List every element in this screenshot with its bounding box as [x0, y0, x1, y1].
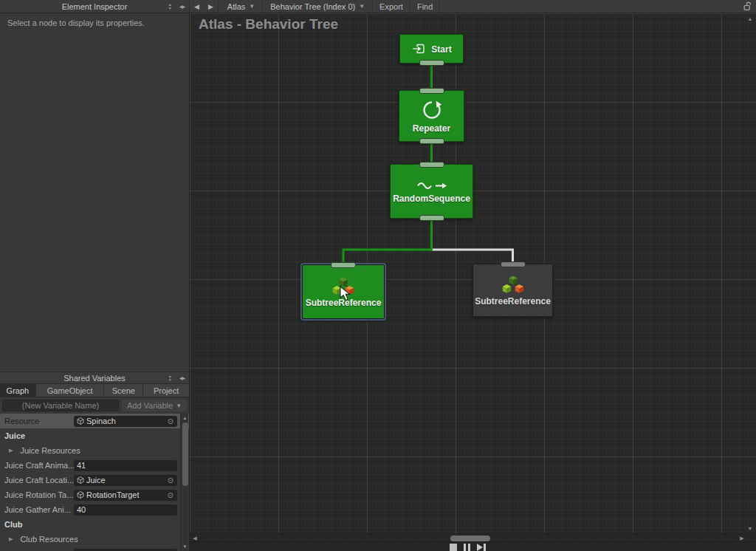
inspector-empty-message: Select a node to display its properties.: [0, 13, 189, 372]
variable-label: Juice Gather Ani...: [0, 505, 74, 514]
toolbar-separator: [218, 0, 219, 13]
value-field[interactable]: 40: [74, 549, 177, 551]
object-field[interactable]: Spinach⊙: [74, 416, 177, 427]
graph-scroll-down-icon[interactable]: ▼: [746, 524, 755, 532]
variable-row[interactable]: Juice Craft Anima...41: [0, 458, 189, 473]
pause-icon[interactable]: [464, 544, 470, 551]
mouse-cursor: [340, 286, 353, 302]
top-toolbar: Element Inspector ▲▼ ◀▶ ◀ ▶ Atlas ▼ Beha…: [0, 0, 756, 13]
new-variable-bar: Add Variable ▼: [0, 397, 189, 414]
output-connector[interactable]: [419, 60, 444, 66]
panel-updown-icon[interactable]: ▲▼: [168, 374, 172, 381]
variable-rows: ResourceSpinach⊙Juice▶Juice ResourcesJui…: [0, 414, 189, 551]
node-random-sequence[interactable]: RandomSequence: [390, 164, 473, 219]
variable-row[interactable]: Juice Gather Ani...40: [0, 502, 189, 517]
object-cube-icon: [77, 417, 84, 425]
variable-label: Juice Rotation Ta...: [0, 490, 74, 499]
value-field[interactable]: 41: [74, 460, 177, 471]
variable-row[interactable]: ▶Club Resources: [0, 532, 189, 547]
object-field[interactable]: Juice⊙: [74, 475, 177, 486]
element-inspector-header: Element Inspector ▲▼ ◀▶: [0, 0, 189, 13]
nav-back-button[interactable]: ◀: [190, 3, 204, 10]
variable-row[interactable]: ResourceSpinach⊙: [0, 414, 189, 428]
input-connector[interactable]: [419, 88, 444, 94]
left-panel: Select a node to display its properties.…: [0, 13, 190, 551]
object-picker-icon[interactable]: ⊙: [168, 417, 173, 425]
input-connector[interactable]: [501, 261, 526, 267]
foldout-label: Club Resources: [13, 535, 78, 544]
start-enter-icon: [411, 41, 426, 56]
object-value: Spinach: [86, 417, 168, 425]
object-cube-icon: [77, 491, 84, 499]
object-value: Juice: [86, 476, 168, 485]
foldout-triangle-icon[interactable]: ▶: [0, 448, 13, 454]
step-forward-icon[interactable]: [477, 544, 486, 551]
node-subtree-reference-right[interactable]: SubtreeReference: [472, 264, 553, 317]
object-field[interactable]: RotationTarget⊙: [74, 490, 177, 501]
scroll-up-icon[interactable]: ▲: [181, 414, 189, 422]
foldout-triangle-icon[interactable]: ▶: [0, 536, 13, 542]
export-button[interactable]: Export: [373, 0, 410, 13]
object-cube-icon: [77, 476, 84, 484]
repeater-loop-icon: [420, 98, 444, 122]
object-value: RotationTarget: [86, 490, 168, 499]
input-connector[interactable]: [419, 162, 444, 168]
find-button[interactable]: Find: [410, 0, 439, 13]
graph-bottom-bar: [190, 541, 756, 551]
play-stop-icon[interactable]: [450, 544, 457, 551]
variable-row[interactable]: Club: [0, 517, 189, 532]
nav-forward-button[interactable]: ▶: [204, 3, 218, 10]
variables-scrollbar[interactable]: ▲ ▼: [180, 414, 188, 551]
output-connector[interactable]: [419, 138, 444, 144]
tab-project[interactable]: Project: [143, 384, 189, 397]
random-sequence-icon: [415, 179, 449, 192]
chevron-down-icon: ▼: [359, 3, 365, 10]
behavior-designer-window: Element Inspector ▲▼ ◀▶ ◀ ▶ Atlas ▼ Beha…: [0, 0, 756, 551]
lock-toggle-button[interactable]: [739, 1, 756, 11]
node-start[interactable]: Start: [399, 34, 464, 64]
edge-randomsequence-subtree-left: [343, 219, 432, 267]
variable-row[interactable]: Juice Rotation Ta...RotationTarget⊙: [0, 487, 189, 502]
tree-select-dropdown[interactable]: Behavior Tree (Index 0) ▼: [263, 0, 372, 13]
panel-updown-icon[interactable]: ▲▼: [168, 3, 172, 10]
node-label: Start: [431, 44, 451, 55]
tab-graph[interactable]: Graph: [0, 384, 35, 397]
add-variable-button[interactable]: Add Variable ▼: [122, 400, 187, 411]
panel-resize-icon[interactable]: ◀▶: [179, 4, 185, 9]
section-label: Juice: [0, 431, 25, 440]
element-inspector-title: Element Inspector: [62, 2, 128, 11]
object-picker-icon[interactable]: ⊙: [168, 491, 173, 499]
shared-variables-tabs: Graph GameObject Scene Project: [0, 384, 189, 397]
node-label: RandomSequence: [393, 194, 470, 204]
variable-label: Resource: [0, 417, 74, 425]
variable-row[interactable]: Juice Craft Locati...Juice⊙: [0, 473, 189, 487]
shared-variables-title: Shared Variables: [63, 374, 126, 383]
graph-scroll-up-icon[interactable]: ▲: [746, 15, 755, 22]
tab-gameobject[interactable]: GameObject: [36, 384, 104, 397]
node-repeater[interactable]: Repeater: [399, 90, 464, 142]
graph-select-dropdown[interactable]: Atlas ▼: [220, 0, 262, 13]
playback-controls: [450, 542, 486, 551]
section-label: Club: [0, 520, 22, 529]
chevron-down-icon: ▼: [249, 3, 255, 10]
value-field[interactable]: 40: [74, 504, 177, 516]
variable-row[interactable]: ▶Juice Resources: [0, 443, 189, 458]
unlock-icon: [743, 1, 752, 11]
tab-scene[interactable]: Scene: [104, 384, 142, 397]
graph-canvas[interactable]: Atlas - Behavior Tree Start: [190, 13, 756, 551]
scroll-down-icon[interactable]: ▼: [181, 543, 189, 550]
toolbar-separator: [439, 0, 440, 13]
panel-resize-icon[interactable]: ◀▶: [179, 375, 185, 380]
new-variable-input[interactable]: [2, 400, 119, 411]
variable-row[interactable]: Juice: [0, 428, 189, 443]
scrollbar-thumb[interactable]: [182, 422, 188, 486]
input-connector[interactable]: [331, 262, 356, 268]
output-connector[interactable]: [419, 215, 444, 221]
graph-horizontal-scrollbar[interactable]: ◀ ▶: [190, 533, 756, 541]
variable-row[interactable]: Club Gather Anim...40: [0, 547, 189, 551]
graph-hscroll-thumb[interactable]: [450, 535, 490, 541]
node-label: SubtreeReference: [475, 296, 551, 307]
object-picker-icon[interactable]: ⊙: [168, 476, 173, 485]
shared-variables-header: Shared Variables ▲▼ ◀▶: [0, 372, 189, 384]
subtree-cubes-icon: [501, 274, 526, 295]
